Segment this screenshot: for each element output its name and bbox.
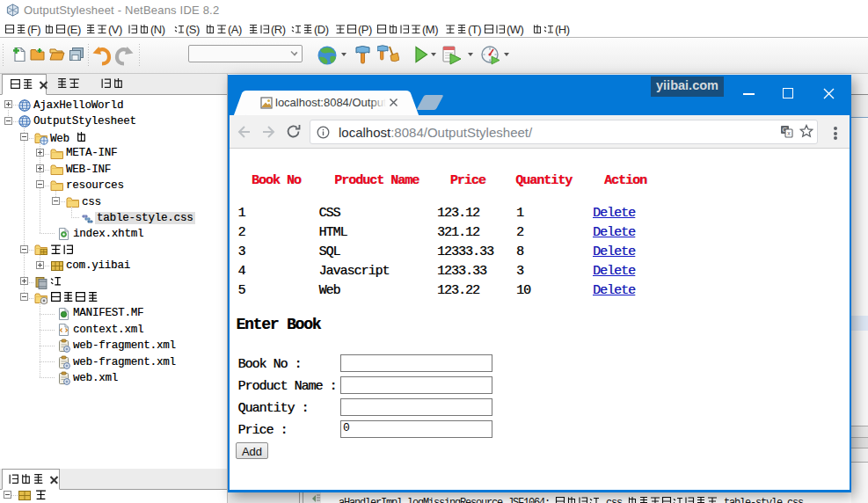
svg-text:x: x [787,130,791,136]
